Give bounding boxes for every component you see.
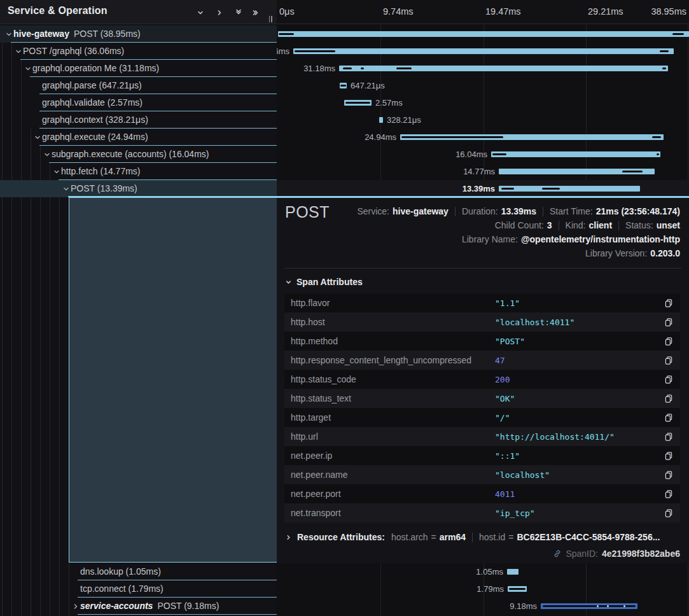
chevron-right-icon[interactable] [71,602,80,610]
span-duration-label: 1.05ms [476,563,503,580]
double-chevron-down-icon[interactable] [233,7,244,18]
copy-icon[interactable] [664,451,674,461]
attribute-key: http.status_code [291,374,356,384]
span-bar[interactable] [541,603,637,609]
span-bar[interactable] [499,169,655,174]
span-duration-label: 31.18ms [303,60,335,77]
resource-attributes-row[interactable]: Resource Attributes: host.arch=arm64host… [285,529,680,545]
span-row[interactable]: dns.lookup (1.05ms) [0,563,277,580]
span-bar[interactable] [278,31,689,37]
meta-separator [559,221,559,230]
span-row[interactable]: POST (13.39ms) [0,180,277,197]
detail-meta-line: Service:hive-gatewayDuration:13.39msStar… [357,204,680,218]
timeline-header: 0μs9.74ms19.47ms29.21ms38.95ms [277,0,689,24]
copy-icon[interactable] [664,298,674,308]
attribute-row: http.response_content_length_uncompresse… [284,351,680,370]
chevron-down-icon[interactable] [52,167,60,176]
copy-icon[interactable] [664,374,674,384]
span-row[interactable]: subgraph.execute (accounts) (16.04ms) [0,146,277,163]
span-row[interactable]: graphql.validate (2.57ms) [0,94,277,111]
resource-equals: = [508,532,513,542]
span-bar[interactable] [499,186,640,192]
span-attributes-toggle[interactable]: Span Attributes [285,277,363,287]
meta-value: client [588,220,612,230]
resource-attributes-title: Resource Attributes: [297,532,385,542]
copy-icon[interactable] [664,489,674,499]
chevron-right-icon[interactable] [214,7,225,18]
span-bar[interactable] [340,83,347,88]
span-row-label: graphql.validate (2.57ms) [42,94,143,111]
chevron-down-icon[interactable] [43,150,51,158]
bar-child-mark [396,67,412,69]
bar-child-mark [501,188,514,190]
span-row[interactable]: graphql.execute (24.94ms) [0,129,277,146]
copy-icon[interactable] [664,431,674,442]
bar-child-mark [652,136,661,138]
span-row[interactable]: graphql.operation Me (31.18ms) [0,60,277,77]
span-row[interactable]: service-accountsPOST (9.18ms) [0,598,277,615]
tree-header: Service & Operation [0,0,277,24]
span-row[interactable]: graphql.context (328.21μs) [0,111,277,129]
attribute-key: net.peer.port [291,489,341,499]
double-chevron-right-icon[interactable] [251,7,262,18]
bar-child-mark [343,67,352,69]
attribute-key: http.target [291,412,331,423]
attribute-key: http.method [291,336,338,346]
copy-icon[interactable] [664,470,674,480]
span-row[interactable]: http.fetch (14.77ms) [0,163,277,180]
span-row[interactable]: graphql.parse (647.21μs) [0,77,277,94]
span-duration-label: 2.57ms [375,94,403,111]
copy-icon[interactable] [664,412,674,423]
span-row-label: graphql.execute (24.94ms) [42,129,148,146]
chevron-down-icon[interactable] [4,30,13,38]
chevron-down-icon[interactable] [33,133,41,141]
span-duration-label: 24.94ms [365,129,396,146]
timeline-tick: 38.95ms [651,6,686,17]
copy-icon[interactable] [664,393,674,403]
column-resize-handle[interactable] [267,15,274,23]
trace-viewer: hive-gatewayPOST (38.95ms)POST /graphql … [0,0,689,616]
meta-label: Start Time: [550,206,593,216]
panel-title: Service & Operation [8,5,108,17]
copy-icon[interactable] [664,355,674,365]
span-bar[interactable] [379,117,383,123]
span-bar[interactable] [344,100,372,106]
span-row[interactable]: hive-gatewayPOST (38.95ms) [0,25,277,43]
timeline-gridline [688,0,688,197]
chevron-down-icon[interactable] [195,7,206,18]
bar-child-mark [622,171,643,172]
attribute-row: net.peer.port4011 [284,484,680,503]
meta-label: Kind: [566,220,586,230]
span-row-label: tcp.connect (1.79ms) [80,580,164,598]
span-bar[interactable] [293,48,674,54]
span-row[interactable]: tcp.connect (1.79ms) [0,580,277,598]
span-bar[interactable] [339,66,668,71]
timeline-tick: 0μs [279,6,295,17]
chevron-right-icon [285,534,292,541]
bar-child-mark [340,85,346,87]
link-icon[interactable] [553,549,562,558]
selected-span-detail-spacer [69,197,277,563]
bar-child-mark [401,136,503,138]
span-bar[interactable] [400,134,664,140]
span-row[interactable]: POST /graphql (36.06ms) [0,43,277,60]
operation-name: graphql.validate (2.57ms) [42,97,143,108]
attribute-value: 47 [495,356,505,365]
span-bar[interactable] [491,151,660,157]
chevron-down-icon[interactable] [62,185,70,193]
bar-child-mark [662,67,666,69]
copy-icon[interactable] [664,336,674,346]
span-bar[interactable] [508,586,527,592]
attribute-row: http.status_code200 [284,370,680,389]
chevron-down-icon[interactable] [14,47,22,55]
span-duration-label: 14.77ms [463,163,495,180]
timeline-tick: 9.74ms [383,6,414,17]
copy-icon[interactable] [664,508,674,518]
detail-meta-line: Child Count:3Kind:clientStatus:unset [495,218,680,232]
span-duration-label: 16.04ms [456,146,487,163]
attribute-value: "localhost" [495,470,550,480]
timeline-tick: 19.47ms [485,6,521,17]
span-bar[interactable] [507,569,518,575]
copy-icon[interactable] [664,317,674,327]
chevron-down-icon[interactable] [24,64,32,73]
